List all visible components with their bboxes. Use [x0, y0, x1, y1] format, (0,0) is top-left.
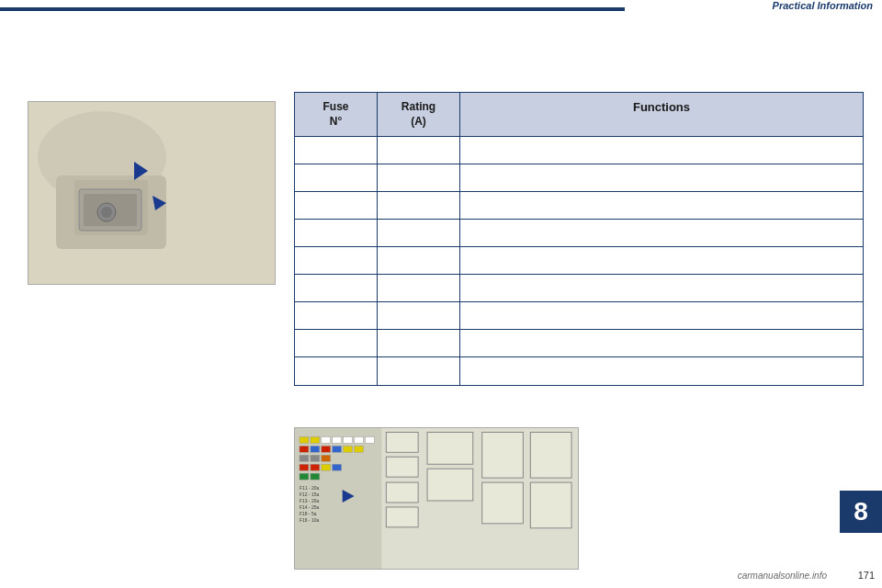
table-row: [295, 357, 863, 385]
fuse-box-svg: [28, 102, 276, 285]
svg-rect-22: [333, 446, 342, 452]
svg-rect-42: [386, 457, 418, 477]
svg-text:F18 - 5a: F18 - 5a: [300, 512, 317, 516]
svg-text:F12 - 15a: F12 - 15a: [300, 492, 319, 497]
cell-functions: [460, 247, 863, 274]
svg-rect-44: [386, 507, 418, 527]
svg-rect-24: [355, 446, 364, 452]
svg-rect-50: [530, 482, 571, 528]
page-number: 171: [858, 570, 875, 581]
svg-rect-12: [300, 436, 309, 443]
cell-functions: [460, 192, 863, 219]
header-bar: Practical Information: [0, 0, 882, 20]
table-row: [295, 164, 863, 192]
watermark-text: carmanualsonline.info: [738, 571, 827, 581]
cell-rating: [378, 302, 460, 329]
svg-rect-20: [311, 446, 320, 452]
svg-rect-18: [366, 436, 375, 443]
svg-rect-46: [427, 469, 473, 501]
fuse-diagram-image: F11 - 20a F12 - 15a F13 - 20a F14 - 25a …: [294, 427, 579, 570]
cell-functions: [460, 330, 863, 356]
svg-rect-47: [482, 432, 524, 478]
svg-rect-31: [333, 464, 342, 470]
cell-fuse: [295, 330, 378, 356]
table-row: [295, 192, 863, 220]
fuse-box-drawing: [28, 102, 275, 284]
svg-text:F14 - 25a: F14 - 25a: [300, 505, 319, 510]
cell-rating: [378, 275, 460, 301]
svg-rect-43: [386, 482, 418, 503]
cell-fuse: [295, 137, 378, 164]
svg-rect-25: [300, 455, 309, 461]
cell-fuse: [295, 192, 378, 219]
svg-rect-14: [322, 436, 331, 443]
cell-rating: [378, 164, 460, 191]
svg-text:F16 - 10a: F16 - 10a: [300, 518, 319, 523]
table-row: [295, 330, 863, 357]
svg-rect-15: [333, 436, 342, 443]
cell-fuse: [295, 357, 378, 385]
table-row: [295, 220, 863, 247]
cell-functions: [460, 137, 863, 164]
table-row: [295, 302, 863, 330]
col-header-functions: Functions: [460, 93, 863, 136]
table-row: [295, 275, 863, 302]
col-header-fuse: FuseN°: [295, 93, 378, 136]
svg-rect-27: [322, 455, 331, 461]
fuse-table: FuseN° Rating(A) Functions: [294, 92, 864, 386]
cell-fuse: [295, 164, 378, 191]
svg-rect-33: [311, 473, 320, 480]
svg-rect-23: [344, 446, 353, 452]
page-section-title: Practical Information: [773, 0, 873, 11]
chapter-number-badge: 8: [840, 491, 882, 533]
cell-functions: [460, 220, 863, 246]
header-line: [0, 7, 625, 11]
cell-functions: [460, 275, 863, 301]
svg-text:F11 - 20a: F11 - 20a: [300, 486, 319, 491]
cell-rating: [378, 330, 460, 356]
cell-fuse: [295, 275, 378, 301]
cell-fuse: [295, 302, 378, 329]
svg-rect-48: [482, 482, 524, 524]
cell-fuse: [295, 247, 378, 274]
svg-rect-29: [311, 464, 320, 470]
svg-rect-28: [300, 464, 309, 470]
svg-text:F13 - 20a: F13 - 20a: [300, 499, 319, 503]
svg-rect-13: [311, 436, 320, 443]
svg-point-7: [101, 207, 112, 218]
col-header-rating: Rating(A): [378, 93, 460, 136]
svg-rect-17: [355, 436, 364, 443]
cell-rating: [378, 220, 460, 246]
cell-functions: [460, 357, 863, 385]
fuse-box-image: [28, 101, 276, 285]
fuse-diagram-svg: F11 - 20a F12 - 15a F13 - 20a F14 - 25a …: [295, 427, 578, 570]
cell-rating: [378, 357, 460, 385]
svg-rect-30: [322, 464, 331, 470]
cell-functions: [460, 302, 863, 329]
svg-rect-21: [322, 446, 331, 452]
cell-functions: [460, 164, 863, 191]
svg-rect-19: [300, 446, 309, 452]
svg-rect-41: [386, 432, 418, 452]
svg-rect-26: [311, 455, 320, 461]
cell-rating: [378, 247, 460, 274]
table-header-row: FuseN° Rating(A) Functions: [295, 93, 863, 137]
svg-rect-32: [300, 473, 309, 480]
svg-rect-16: [344, 436, 353, 443]
fuse-diagram-inner: F11 - 20a F12 - 15a F13 - 20a F14 - 25a …: [295, 428, 578, 569]
svg-rect-49: [530, 432, 571, 478]
cell-rating: [378, 137, 460, 164]
table-row: [295, 137, 863, 164]
cell-fuse: [295, 220, 378, 246]
table-row: [295, 247, 863, 275]
svg-rect-45: [427, 432, 473, 464]
cell-rating: [378, 192, 460, 219]
